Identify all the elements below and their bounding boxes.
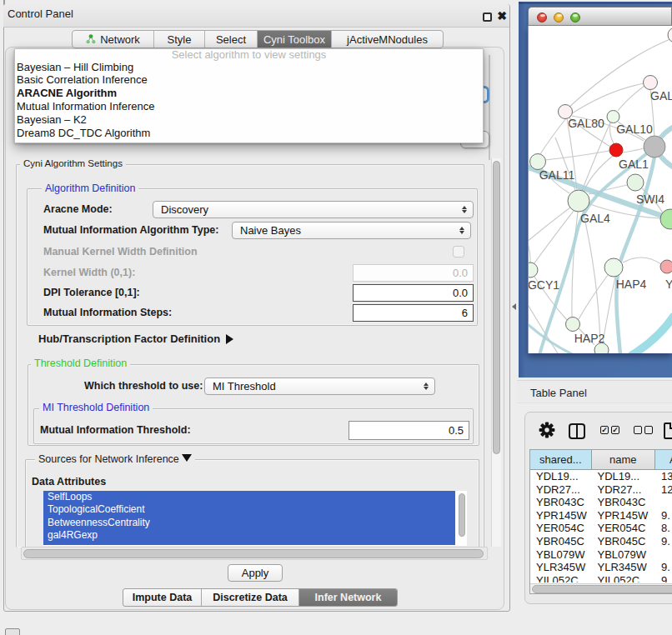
- close-panel-icon[interactable]: ✖: [496, 8, 508, 23]
- document-icon[interactable]: [664, 422, 672, 439]
- table-row[interactable]: YPR145WYPR145W9.: [530, 509, 672, 522]
- control-panel-titlebar[interactable]: Control Panel ✖: [3, 4, 509, 28]
- attribute-item[interactable]: BetweennessCentrality: [43, 517, 455, 529]
- gear-icon[interactable]: [538, 421, 556, 442]
- tab-select[interactable]: Select: [205, 31, 258, 48]
- zoom-window-icon[interactable]: [570, 12, 580, 22]
- mi-threshold-field[interactable]: 0.5: [349, 421, 469, 440]
- data-attributes-list[interactable]: SelfLoopsTopologicalCoefficientBetweenne…: [43, 491, 467, 546]
- tab-infer-network[interactable]: Infer Network: [299, 589, 397, 606]
- attribute-item[interactable]: TopologicalCoefficient: [43, 503, 455, 516]
- network-edge[interactable]: [610, 122, 614, 143]
- table-row[interactable]: YIL052CYIL052C9.: [530, 574, 672, 582]
- bottom-corner-icon[interactable]: [5, 628, 20, 635]
- network-edge[interactable]: [579, 275, 608, 319]
- algorithm-option[interactable]: Mutual Information Inference: [15, 100, 483, 113]
- network-edge[interactable]: [623, 148, 644, 152]
- node-gcy1[interactable]: [529, 262, 538, 278]
- network-edge[interactable]: [545, 151, 609, 160]
- algorithm-option[interactable]: Bayesian – K2: [15, 113, 483, 127]
- close-window-icon[interactable]: [537, 12, 547, 22]
- network-edge[interactable]: [623, 258, 661, 264]
- kernel-width-label: Kernel Width (0,1):: [43, 267, 135, 278]
- network-edge[interactable]: [529, 223, 530, 262]
- table-row[interactable]: YLR345WYLR345W9.: [530, 561, 672, 574]
- mi-type-combo[interactable]: Naive Bayes: [232, 222, 471, 239]
- node-gal-cut[interactable]: [644, 76, 658, 90]
- column-header-a[interactable]: A: [655, 450, 672, 470]
- network-edge[interactable]: [582, 122, 610, 191]
- aracne-mode-combo[interactable]: Discovery: [153, 201, 474, 218]
- table-row[interactable]: YBL079WYBL079W: [530, 548, 672, 562]
- table-row[interactable]: YDL19...YDL19...13: [530, 470, 672, 483]
- deselect-all-icon[interactable]: [644, 426, 653, 434]
- dpi-tolerance-field[interactable]: 0.0: [353, 284, 474, 302]
- tab-impute-data[interactable]: Impute Data: [123, 589, 202, 606]
- algorithm-option[interactable]: Basic Correlation Inference: [15, 73, 483, 87]
- table-horizontal-scrollbar[interactable]: [530, 583, 672, 594]
- minimize-window-icon[interactable]: [554, 12, 564, 22]
- algorithm-option[interactable]: Dream8 DC_TDC Algorithm: [15, 127, 483, 140]
- kernel-width-field[interactable]: 0.0: [353, 264, 474, 282]
- manual-kernel-checkbox[interactable]: [453, 246, 464, 258]
- list-scrollbar-thumb[interactable]: [459, 493, 465, 537]
- attribute-item[interactable]: gal4RGexp: [43, 529, 455, 542]
- node-salmon[interactable]: [660, 260, 672, 273]
- tab-label: Select: [216, 33, 246, 46]
- network-edge[interactable]: [583, 211, 600, 342]
- network-window-titlebar[interactable]: [528, 7, 672, 26]
- algorithm-option[interactable]: Bayesian – Hill Climbing: [15, 61, 483, 74]
- table-row[interactable]: YBR043CYBR043C: [530, 496, 672, 509]
- mi-steps-field[interactable]: 6: [353, 304, 474, 322]
- node-gal10[interactable]: [607, 111, 619, 123]
- table-panel-titlebar[interactable]: Table Panel: [517, 380, 672, 403]
- table-row[interactable]: YER054CYER054C8.: [530, 522, 672, 535]
- mi-type-value: Naive Bayes: [240, 224, 301, 237]
- column-header-name[interactable]: name: [592, 450, 656, 470]
- algorithm-popup-placeholder: Select algorithm to view settings: [15, 49, 483, 61]
- table-horizontal-scrollbar-thumb[interactable]: [532, 585, 672, 593]
- attribute-item[interactable]: SelfLoops: [43, 491, 455, 503]
- tab-discretize-data[interactable]: Discretize Data: [202, 589, 299, 606]
- collapsed-arrow-icon: [226, 334, 233, 344]
- tab-network[interactable]: Network: [73, 31, 154, 48]
- node-gal1[interactable]: [609, 143, 623, 157]
- network-edge[interactable]: [540, 118, 566, 154]
- hub-section-toggle[interactable]: Hub/Transcription Factor Definition: [38, 332, 233, 345]
- network-view-canvas[interactable]: GALGAL80GAL10GAL1GAL11SWI4GAL4GCY1HAP4YH…: [528, 26, 672, 353]
- sources-group-title[interactable]: Sources for Network Inference: [35, 454, 195, 465]
- node-hap2[interactable]: [566, 318, 580, 332]
- tab-jactivemnodules[interactable]: jActiveMNodules: [332, 31, 443, 48]
- table-row[interactable]: YDR27...YDR27...12: [530, 483, 672, 497]
- table-row[interactable]: YBR045CYBR045C9.: [530, 535, 672, 548]
- network-edge-highlighted[interactable]: [630, 315, 672, 353]
- apply-button[interactable]: Apply: [228, 564, 283, 582]
- network-edge[interactable]: [569, 83, 644, 115]
- data-attributes-selection: SelfLoopsTopologicalCoefficientBetweenne…: [43, 491, 455, 545]
- settings-vertical-scrollbar[interactable]: [491, 158, 501, 547]
- float-panel-icon[interactable]: [483, 12, 492, 22]
- select-all-icon[interactable]: ✓: [600, 426, 609, 434]
- select-all-icon[interactable]: ✓: [611, 426, 619, 434]
- node-hap4[interactable]: [604, 258, 623, 277]
- column-header-shared-[interactable]: shared...: [530, 450, 592, 470]
- which-threshold-combo[interactable]: MI Threshold: [204, 378, 435, 395]
- tab-cyni-toolbox[interactable]: Cyni Toolbox: [258, 31, 332, 48]
- tab-label: Style: [168, 33, 192, 46]
- tab-style[interactable]: Style: [154, 31, 205, 48]
- node-swi4[interactable]: [627, 174, 644, 191]
- network-edge[interactable]: [534, 211, 574, 264]
- deselect-all-icon[interactable]: [634, 426, 642, 434]
- table-panel-window: ✓ ✓ shared...nameA YDL19...YDL19...13YDR…: [524, 412, 672, 604]
- control-panel-title: Control Panel: [8, 8, 73, 20]
- settings-horizontal-scrollbar[interactable]: [21, 547, 488, 560]
- settings-horizontal-scrollbar-thumb[interactable]: [23, 549, 484, 558]
- node-gray[interactable]: [644, 136, 665, 158]
- settings-vertical-scrollbar-thumb[interactable]: [493, 161, 500, 454]
- table-cell: 13: [655, 470, 672, 483]
- node-gal4[interactable]: [568, 190, 589, 212]
- algorithm-option[interactable]: ARACNE Algorithm: [15, 87, 483, 100]
- node-gal11[interactable]: [530, 154, 546, 170]
- split-pane-collapse-icon[interactable]: [512, 303, 516, 310]
- split-columns-icon[interactable]: [569, 423, 585, 439]
